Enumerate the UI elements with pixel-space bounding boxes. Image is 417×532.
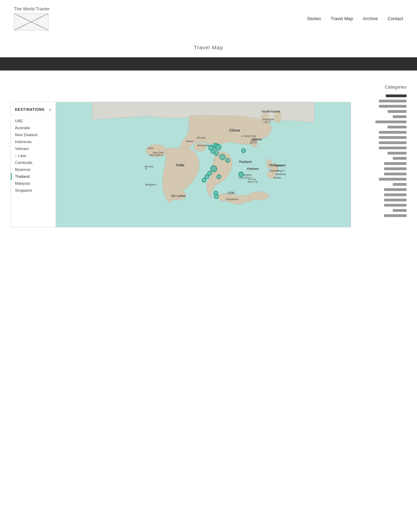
category-bar-12 — [393, 157, 407, 160]
category-bar-10 — [379, 147, 407, 149]
svg-text::istan: :istan — [147, 147, 154, 150]
svg-point-55 — [207, 171, 212, 175]
svg-text:Vietnam: Vietnam — [247, 167, 259, 171]
svg-text:Minh City: Minh City — [248, 181, 258, 183]
svg-point-54 — [211, 166, 217, 172]
map-section: DESTINATIONS ∨ UAE Australia New Zealand… — [10, 84, 351, 227]
page-title-section: Travel Map — [0, 34, 417, 57]
categories-sidebar: Categories — [358, 84, 407, 227]
category-bar-2 — [379, 105, 407, 108]
destinations-panel: DESTINATIONS ∨ UAE Australia New Zealand… — [11, 102, 56, 227]
svg-text:India: India — [176, 163, 185, 167]
svg-text:South Korea: South Korea — [262, 110, 280, 113]
svg-point-11 — [248, 192, 269, 200]
dest-indonesia[interactable]: Indonesia — [11, 138, 56, 145]
dark-banner — [0, 57, 417, 70]
svg-text:● Hong Kong: ● Hong Kong — [241, 135, 256, 138]
category-bar-5 — [375, 120, 407, 123]
svg-point-49 — [215, 144, 221, 150]
site-logo — [14, 13, 49, 31]
svg-point-52 — [220, 154, 225, 160]
svg-point-62 — [239, 172, 244, 177]
svg-text:◎: ◎ — [145, 167, 147, 170]
nav-archive[interactable]: Archive — [363, 16, 378, 21]
category-bar-21 — [384, 204, 407, 207]
svg-text:Singapore: Singapore — [226, 198, 239, 201]
dest-laos[interactable]: nLaos — [11, 152, 56, 159]
svg-text:Mindanao: Mindanao — [275, 173, 286, 175]
category-bar-18 — [384, 188, 407, 191]
map-widget: DESTINATIONS ∨ UAE Australia New Zealand… — [10, 102, 351, 227]
header-left: The World Travler — [14, 6, 50, 31]
category-bar-7 — [379, 131, 407, 134]
main-content: DESTINATIONS ∨ UAE Australia New Zealand… — [0, 84, 417, 227]
category-bar-4 — [393, 115, 407, 118]
dest-myanmar[interactable]: Myanmar — [11, 166, 56, 173]
destinations-label: DESTINATIONS — [15, 108, 45, 111]
dest-singapore[interactable]: Singapore — [11, 187, 56, 194]
category-bar-3 — [388, 110, 407, 113]
svg-text:Shanghai: Shanghai — [262, 118, 274, 121]
svg-text:Negros: Negros — [277, 169, 285, 172]
svg-text:Thailand: Thailand — [239, 160, 252, 164]
category-bar-19 — [384, 193, 407, 196]
svg-text:Nepal: Nepal — [186, 140, 193, 143]
category-bar-9 — [379, 141, 407, 144]
category-bar-13 — [384, 162, 407, 165]
category-bar-1 — [379, 100, 407, 102]
map-widget-inner: DESTINATIONS ∨ UAE Australia New Zealand… — [11, 102, 351, 227]
dest-cambodia[interactable]: Cambodia — [11, 159, 56, 166]
dest-new-zealand[interactable]: New Zealand — [11, 131, 56, 138]
dest-australia[interactable]: Australia — [11, 124, 56, 131]
dest-thailand[interactable]: Thailand — [11, 173, 56, 180]
svg-point-59 — [241, 149, 246, 153]
svg-point-57 — [202, 178, 206, 182]
destinations-header: DESTINATIONS ∨ — [11, 106, 56, 115]
category-bar-6 — [388, 126, 407, 128]
nav-travel-map[interactable]: Travel Map — [331, 16, 353, 21]
svg-text:New Delhi ●: New Delhi ● — [150, 154, 163, 156]
category-bar-14 — [384, 167, 407, 170]
svg-point-51 — [214, 151, 219, 156]
svg-text:Kual...: Kual... — [229, 191, 236, 193]
category-bar-23 — [384, 214, 407, 217]
nav-contact[interactable]: Contact — [388, 16, 403, 21]
site-header: The World Travler Stories Travel Map Arc… — [0, 0, 417, 34]
svg-text:Sri Lanka: Sri Lanka — [171, 194, 186, 198]
svg-point-53 — [225, 158, 230, 163]
main-nav: Stories Travel Map Archive Contact — [307, 16, 403, 21]
svg-point-58 — [217, 175, 221, 179]
svg-text:Panay: Panay — [275, 164, 282, 167]
category-bar-16 — [379, 178, 407, 181]
svg-text:New Delhi: New Delhi — [153, 151, 164, 154]
category-bar-11 — [388, 152, 407, 155]
category-bar-15 — [384, 173, 407, 175]
svg-text:Bengaluru: Bengaluru — [145, 183, 156, 186]
site-title: The World Travler — [14, 6, 50, 11]
dest-uae[interactable]: UAE — [11, 117, 56, 124]
nav-stories[interactable]: Stories — [307, 16, 321, 21]
svg-point-56 — [205, 175, 209, 179]
category-bar-0 — [386, 94, 407, 97]
dest-malaysia[interactable]: Malaysia — [11, 180, 56, 187]
svg-text:Basilan: Basilan — [273, 176, 281, 179]
svg-text:China: China — [229, 128, 240, 132]
dest-vietnam[interactable]: Vietnam — [11, 145, 56, 152]
destinations-chevron-icon[interactable]: ∨ — [49, 108, 51, 111]
svg-point-61 — [214, 191, 218, 195]
svg-text:Bhutan: Bhutan — [197, 136, 206, 139]
svg-text:Ho Chi: Ho Chi — [248, 178, 256, 181]
category-bar-8 — [379, 136, 407, 139]
svg-text:上海 ◎: 上海 ◎ — [263, 121, 271, 123]
svg-text:臺北市: 臺北市 — [250, 141, 257, 144]
category-bar-17 — [393, 183, 407, 186]
category-bars-container — [358, 94, 407, 217]
categories-title: Categories — [358, 84, 407, 90]
category-bar-20 — [384, 199, 407, 201]
page-title: Travel Map — [0, 44, 417, 50]
map-svg: China India South Korea Taiwan Philippin… — [56, 102, 351, 227]
category-bar-22 — [393, 209, 407, 212]
map-image-area: China India South Korea Taiwan Philippin… — [56, 102, 351, 227]
